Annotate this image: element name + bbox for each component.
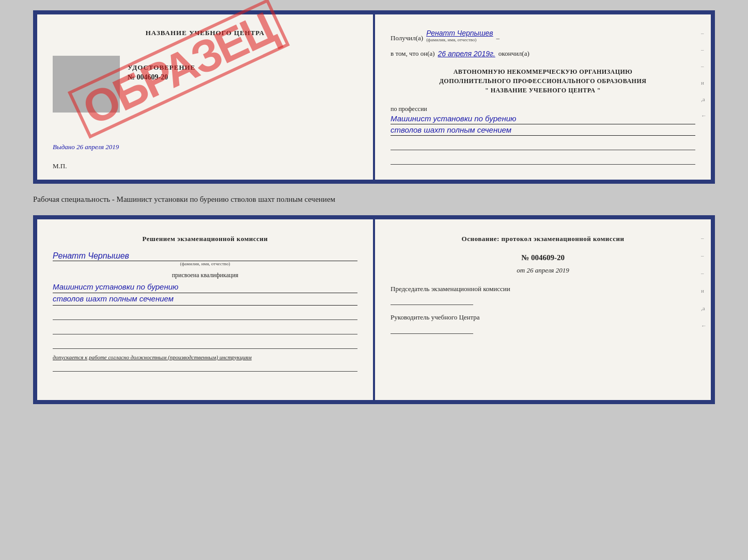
допуск-text: допускается к работе согласно должностны… bbox=[53, 354, 357, 360]
issued-date: 26 апреля 2019 bbox=[76, 143, 119, 151]
bottom-left-title: Решением экзаменационной комиссии bbox=[53, 234, 357, 244]
bottom-name-row: Ренатт Черпышев (фамилия, имя, отчество) bbox=[53, 251, 357, 266]
top-left-title: НАЗВАНИЕ УЧЕБНОГО ЦЕНТРА bbox=[53, 29, 357, 37]
received-name: Ренатт Черпышев bbox=[426, 29, 493, 37]
edge-letter-ia: ,а bbox=[701, 96, 707, 102]
edge-letter-i: и bbox=[701, 79, 707, 86]
bottom-edge-dash3: – bbox=[701, 270, 707, 276]
sign-line-3 bbox=[53, 340, 357, 349]
rukovoditel-block: Руководитель учебного Центра bbox=[391, 312, 695, 334]
chairman-sign-line bbox=[391, 296, 473, 305]
dash1: – bbox=[496, 34, 500, 42]
rukovoditel-sign-line bbox=[391, 325, 473, 334]
org-block: АВТОНОМНУЮ НЕКОММЕРЧЕСКУЮ ОРГАНИЗАЦИЮ ДО… bbox=[391, 67, 695, 95]
edge-dash1: – bbox=[701, 30, 707, 36]
edge-arrow: ← bbox=[701, 113, 707, 119]
in-that-prefix: в том, что он(а) bbox=[391, 50, 435, 58]
extra-line-2 bbox=[391, 157, 695, 165]
name-block: Ренатт Черпышев (фамилия, имя, отчество) bbox=[426, 29, 493, 42]
bottom-person-name: Ренатт Черпышев bbox=[53, 251, 357, 261]
chairman-label: Председатель экзаменационной комиссии bbox=[391, 284, 695, 294]
date-value: 26 апреля 2019г. bbox=[438, 50, 495, 58]
bottom-name-hint: (фамилия, имя, отчество) bbox=[53, 261, 357, 266]
qualification-line1: Машинист установки по бурению bbox=[53, 281, 357, 294]
top-doc-left: НАЗВАНИЕ УЧЕБНОГО ЦЕНТРА ОБРАЗЕЦ УДОСТОВ… bbox=[37, 14, 375, 180]
cert-doc-number: № 004609-20 bbox=[128, 73, 168, 82]
org-line1: АВТОНОМНУЮ НЕКОММЕРЧЕСКУЮ ОРГАНИЗАЦИЮ bbox=[391, 67, 695, 76]
received-row: Получил(а) Ренатт Черпышев (фамилия, имя… bbox=[391, 29, 695, 42]
top-document: НАЗВАНИЕ УЧЕБНОГО ЦЕНТРА ОБРАЗЕЦ УДОСТОВ… bbox=[33, 10, 715, 184]
bottom-edge-letter-ia: ,а bbox=[701, 305, 707, 311]
qualification-line2: стволов шахт полным сечением bbox=[53, 293, 357, 306]
name-hint: (фамилия, имя, отчество) bbox=[426, 37, 476, 42]
bottom-edge-marks: – – – и ,а ← bbox=[701, 235, 707, 329]
date-value: 26 апреля 2019 bbox=[526, 266, 569, 274]
profession-label: по профессии bbox=[391, 105, 695, 113]
bottom-edge-letter-i: и bbox=[701, 287, 707, 294]
sign-line-1 bbox=[53, 311, 357, 320]
bottom-document: Решением экзаменационной комиссии Ренатт… bbox=[33, 215, 715, 404]
bottom-edge-dash2: – bbox=[701, 252, 707, 259]
profession-block: по профессии Машинист установки по бурен… bbox=[391, 105, 695, 136]
top-doc-right: Получил(а) Ренатт Черпышев (фамилия, имя… bbox=[375, 14, 711, 180]
cert-issued: Выдано 26 апреля 2019 bbox=[53, 143, 119, 151]
rukovoditel-label: Руководитель учебного Центра bbox=[391, 312, 695, 323]
cert-doc-label: УДОСТОВЕРЕНИЕ bbox=[128, 63, 195, 72]
date-prefix: от bbox=[517, 266, 525, 274]
profession-line2: стволов шахт полным сечением bbox=[391, 124, 695, 136]
mp-label: М.П. bbox=[53, 162, 67, 170]
bottom-edge-dash1: – bbox=[701, 235, 707, 241]
bottom-sign-lines bbox=[53, 311, 357, 349]
profession-line1: Машинист установки по бурению bbox=[391, 113, 695, 124]
org-line3: " НАЗВАНИЕ УЧЕБНОГО ЦЕНТРА " bbox=[391, 86, 695, 95]
edge-dash3: – bbox=[701, 63, 707, 69]
sign-line-2 bbox=[53, 325, 357, 334]
qualification-prefix: присвоена квалификация bbox=[53, 271, 357, 279]
bottom-doc-left: Решением экзаменационной комиссии Ренатт… bbox=[37, 219, 375, 400]
edge-marks: – – – и ,а ← bbox=[701, 30, 707, 119]
bottom-edge-arrow: ← bbox=[701, 323, 707, 329]
basis-label: Основание: протокол экзаменационной коми… bbox=[391, 234, 695, 244]
allowed-prefix: допускается к bbox=[53, 354, 87, 360]
org-line2: ДОПОЛНИТЕЛЬНОГО ПРОФЕССИОНАЛЬНОГО ОБРАЗО… bbox=[391, 76, 695, 86]
protocol-number: № 004609-20 bbox=[391, 253, 695, 262]
extra-line-1 bbox=[391, 143, 695, 150]
protocol-date: от 26 апреля 2019 bbox=[391, 266, 695, 275]
top-right-content: Получил(а) Ренатт Черпышев (фамилия, имя… bbox=[391, 29, 695, 165]
issued-prefix: Выдано bbox=[53, 143, 75, 151]
date-row: в том, что он(а) 26 апреля 2019г. окончи… bbox=[391, 50, 695, 58]
allowed-text: работе согласно должностным (производств… bbox=[89, 354, 252, 360]
bottom-final-line bbox=[53, 363, 357, 372]
bottom-doc-right: Основание: протокол экзаменационной коми… bbox=[375, 219, 711, 400]
photo-placeholder bbox=[53, 56, 120, 113]
edge-dash2: – bbox=[701, 46, 707, 53]
specialty-text: Рабочая специальность - Машинист установ… bbox=[33, 193, 715, 206]
finished-suffix: окончил(а) bbox=[498, 50, 529, 58]
chairman-block: Председатель экзаменационной комиссии bbox=[391, 284, 695, 306]
received-prefix: Получил(а) bbox=[391, 34, 423, 42]
